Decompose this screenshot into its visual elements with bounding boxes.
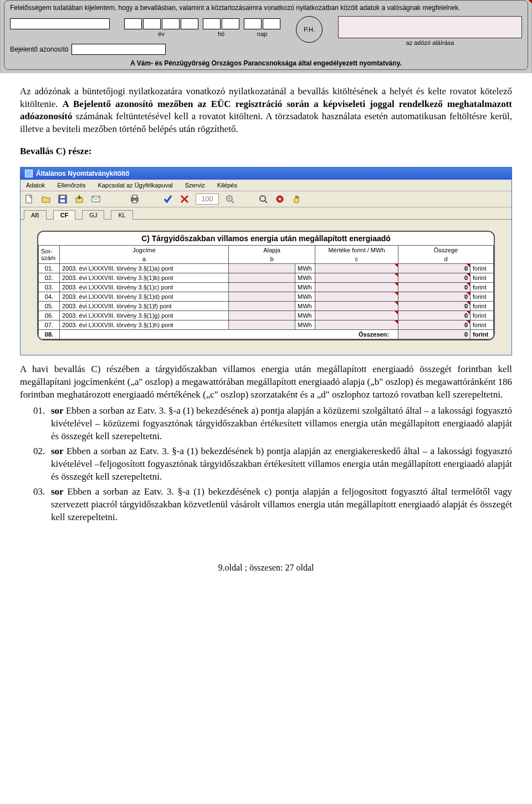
th-osszege: Összege [398,246,494,255]
numbered-list: 01.sor Ebben a sorban az Eatv. 3. §-a (1… [20,405,512,523]
menu-kilepes[interactable]: Kilépés [215,181,239,190]
table-row: 06.2003. évi LXXXVIII. törvény 3.§(1)g) … [39,311,494,320]
list-item: 02.sor Ebben a sorban az Eatv. 3. §-a (1… [20,445,512,484]
signature-label: az adózó aláírása [338,39,522,46]
cell-unit-forint: forint [470,311,494,320]
cell-sorszam: 07. [39,320,60,330]
svg-rect-2 [60,200,65,202]
table-row: 02.2003. évi LXXXVIII. törvény 3.§(1)b) … [39,273,494,283]
cell-unit-mwh: MWh [295,320,315,330]
hand-icon[interactable] [291,194,302,205]
declaration-text: Felelősségem tudatában kijelentem, hogy … [10,4,522,13]
cell-sum-label: Összesen: [60,330,398,339]
cell-unit-forint: forint [470,320,494,330]
cell-mertek[interactable] [315,292,398,302]
table-row: 04.2003. évi LXXXVIII. törvény 3.§(1)d) … [39,292,494,302]
th-b: b [229,255,315,264]
stamp-placeholder: P.H. [296,16,323,43]
year-boxes[interactable] [124,18,198,29]
cell-osszeg[interactable]: 0 [398,273,470,283]
form-container-outer: Felelősségem tudatában kijelentem, hogy … [0,0,532,73]
svg-rect-3 [60,196,65,198]
page-footer: 9.oldal ; összesen: 27 oldal [0,563,532,584]
zoom-input[interactable]: 100 [196,194,219,205]
cell-sorszam: 04. [39,292,60,302]
svg-point-13 [260,196,265,201]
menu-szerviz[interactable]: Szerviz [183,181,207,190]
cell-alapja[interactable] [229,302,295,311]
th-d: d [398,255,494,264]
cell-osszeg[interactable]: 0 [398,283,470,292]
cell-alapja[interactable] [229,283,295,292]
cell-alapja[interactable] [229,264,295,273]
name-input[interactable] [10,18,110,29]
svg-rect-7 [132,195,137,198]
cell-mertek[interactable] [315,311,398,320]
cell-alapja[interactable] [229,311,295,320]
cell-sorszam: 06. [39,311,60,320]
month-boxes[interactable] [203,18,239,29]
check-icon[interactable] [162,194,173,205]
th-jogcime: Jogcíme [60,246,229,255]
cell-osszeg[interactable]: 0 [398,311,470,320]
cell-unit-forint: forint [470,283,494,292]
menu-adatok[interactable]: Adatok [24,181,47,190]
new-icon[interactable] [24,194,35,205]
toolbar: 100 [21,191,511,207]
th-a: a [60,255,229,264]
paragraph-1: Az adózónak a büntetőjogi nyilatkozatára… [20,85,512,136]
cell-unit-mwh: MWh [295,283,315,292]
svg-point-16 [279,198,281,200]
save-icon[interactable] [57,194,68,205]
zoom-in-icon[interactable] [224,194,236,205]
cell-alapja[interactable] [229,320,295,330]
cell-jogcim: 2003. évi LXXXVIII. törvény 3.§(1)h) pon… [60,320,229,330]
list-num: 01. [20,405,51,443]
bejelento-label: Bejelentő azonosító [10,45,68,53]
list-num: 02. [20,445,51,484]
menu-kapcsolat[interactable]: Kapcsolat az Ügyfélkapuval [96,181,175,190]
signature-box[interactable] [338,16,522,38]
print-icon[interactable] [129,194,140,205]
svg-rect-8 [132,200,137,203]
cell-jogcim: 2003. évi LXXXVIII. törvény 3.§(1)f) pon… [60,302,229,311]
paragraph-2: A havi bevallás C) részében a tárgyidősz… [20,363,512,401]
tab-cf[interactable]: CF [53,210,76,220]
cell-mertek[interactable] [315,320,398,330]
list-num: 03. [20,486,51,524]
tab-kl[interactable]: KL [111,210,132,220]
cell-mertek[interactable] [315,302,398,311]
cell-mertek[interactable] [315,273,398,283]
cell-unit-forint: forint [470,273,494,283]
cell-unit-mwh: MWh [295,311,315,320]
titlebar: Általános Nyomtatványkitöltő [21,167,511,180]
menubar: Adatok Ellenőrzés Kapcsolat az Ügyfélkap… [21,180,511,191]
cell-unit-mwh: MWh [295,273,315,283]
cell-osszeg[interactable]: 0 [398,264,470,273]
menu-ellenorzes[interactable]: Ellenőrzés [55,181,88,190]
close-icon[interactable] [179,194,190,205]
panel-title: C) Tárgyidőszakban villamos energia után… [38,232,494,245]
svg-line-14 [265,201,267,203]
cell-mertek[interactable] [315,283,398,292]
list-item: 03.sor Ebben a sorban az Eatv. 3. §-a (1… [20,486,512,524]
import-icon[interactable] [74,194,85,205]
bejelento-input[interactable] [71,44,166,55]
cell-mertek[interactable] [315,264,398,273]
cell-osszeg[interactable]: 0 [398,320,470,330]
cell-sum-value: 0 [398,330,470,339]
cell-osszeg[interactable]: 0 [398,292,470,302]
mail-icon[interactable] [90,194,101,205]
day-boxes[interactable] [244,18,280,29]
cell-alapja[interactable] [229,273,295,283]
month-label: hó [218,30,224,37]
cell-osszeg[interactable]: 0 [398,302,470,311]
open-icon[interactable] [40,194,52,205]
tab-ab[interactable]: AB [24,210,47,220]
form-footer: A Vám- és Pénzügyőrség Országos Parancsn… [10,59,522,67]
cell-alapja[interactable] [229,292,295,302]
day-label: nap [257,30,267,37]
find-icon[interactable] [258,194,269,205]
settings-icon[interactable] [274,194,285,205]
tab-gj[interactable]: GJ [82,210,104,220]
